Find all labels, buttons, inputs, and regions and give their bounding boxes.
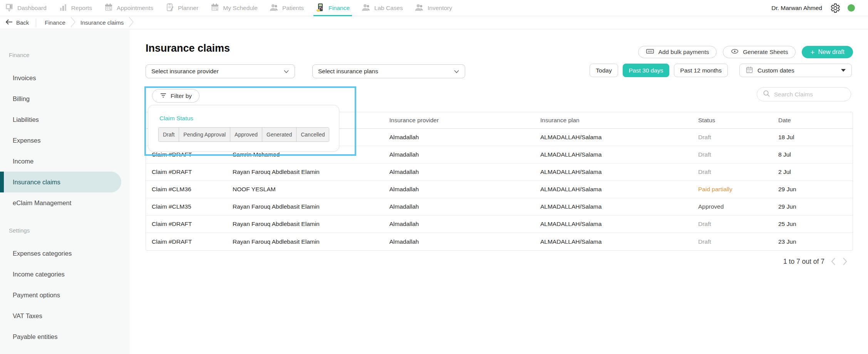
nav-item-reports[interactable]: Reports: [59, 0, 92, 16]
nav-item-appointments[interactable]: Appointments: [104, 0, 153, 16]
sidebar-item-liabilities[interactable]: Liabilities: [0, 109, 130, 130]
online-status-dot: [848, 4, 855, 12]
cell-status: Draft: [692, 151, 772, 158]
add-bulk-payments-button[interactable]: Add bulk payments: [638, 46, 717, 58]
cell-date: 29 Jun: [772, 203, 853, 210]
nav-item-planner[interactable]: Planner: [165, 0, 198, 16]
nav-item-patients[interactable]: Patients: [270, 0, 304, 16]
cell-date: 18 Jul: [772, 134, 853, 141]
nav-item-label: Finance: [328, 5, 350, 12]
header-status: Status: [692, 117, 772, 124]
nav-item-inventory[interactable]: Inventory: [415, 0, 452, 16]
cell-provider: Almadallah: [384, 238, 535, 245]
claim-status-option-generated[interactable]: Generated: [262, 128, 297, 142]
breadcrumb-insurance-claims[interactable]: Insurance claims: [80, 19, 124, 26]
sidebar-item-income[interactable]: Income: [0, 151, 130, 172]
search-input[interactable]: [774, 91, 845, 98]
cell-claim: Claim #DRAFT: [146, 221, 227, 228]
chevron-left-icon[interactable]: [831, 257, 836, 266]
sidebar-item-payment-options[interactable]: Payment options: [0, 285, 130, 305]
table-row[interactable]: Claim #CLM36 NOOF YESLAM Almadallah ALMA…: [146, 181, 853, 198]
sidebar-item-invoices[interactable]: Invoices: [0, 67, 130, 88]
cell-claim: Claim #CLM36: [146, 186, 227, 193]
inventory-icon: [415, 3, 424, 13]
sidebar-item-expenses[interactable]: Expenses: [0, 130, 130, 151]
back-button[interactable]: Back: [5, 19, 29, 26]
calendar-icon: [746, 66, 753, 75]
nav-item-label: Appointments: [117, 5, 153, 12]
cell-provider: Almadallah: [384, 221, 535, 228]
sidebar-item-payable-entities[interactable]: Payable entities: [0, 326, 130, 347]
breadcrumb-finance[interactable]: Finance: [45, 19, 65, 26]
cell-date: 29 Jun: [772, 186, 853, 193]
cell-claim: Claim #CLM35: [146, 203, 227, 210]
table-row[interactable]: Claim #DRAFT Rayan Farouq Abdlebasit Ela…: [146, 164, 853, 181]
sidebar-item-expenses-categories[interactable]: Expenses categories: [0, 243, 130, 264]
new-draft-button[interactable]: + New draft: [802, 46, 853, 58]
dashboard-icon: [5, 3, 14, 13]
chevron-right-icon[interactable]: [842, 257, 848, 266]
cell-patient: Rayan Farouq Abdlebasit Elamin: [227, 221, 384, 228]
chevron-down-icon: [454, 68, 459, 75]
search-box: [757, 87, 851, 101]
cell-status: Draft: [692, 134, 772, 141]
filter-by-button[interactable]: Filter by: [152, 89, 199, 103]
header-insurance-plan: Insurance plan: [535, 117, 692, 124]
date-range-today[interactable]: Today: [590, 64, 618, 77]
claim-status-option-pending-approval[interactable]: Pending Approval: [179, 128, 230, 142]
cell-plan: ALMADALLAH/Salama: [535, 169, 692, 175]
app-window: Dashboard Reports Appointments Planner M…: [0, 0, 868, 354]
nav-item-lab-cases[interactable]: Lab Cases: [362, 0, 403, 16]
cell-patient: NOOF YESLAM: [227, 186, 384, 193]
cell-claim: Claim #DRAFT: [146, 151, 227, 158]
gear-icon[interactable]: [829, 2, 841, 14]
nav-item-dashboard[interactable]: Dashboard: [5, 0, 47, 16]
date-range-past-30-days[interactable]: Past 30 days: [623, 64, 670, 77]
sidebar-item-billing[interactable]: Billing: [0, 88, 130, 109]
cell-status: Draft: [692, 238, 772, 245]
insurance-plans-select-value: Select insurance plans: [318, 68, 378, 75]
date-range-past-12-months[interactable]: Past 12 months: [674, 64, 728, 77]
cell-date: 25 Jun: [772, 221, 853, 228]
insurance-provider-select-value: Select insurance provider: [151, 68, 219, 75]
cell-provider: Almadallah: [384, 134, 535, 141]
sidebar-item-insurance-claims[interactable]: Insurance claims: [0, 172, 121, 192]
table-row[interactable]: Claim #DRAFT Rayan Farouq Abdlebasit Ela…: [146, 233, 853, 250]
cell-date: 2 Jul: [772, 169, 853, 175]
reports-icon: [59, 3, 68, 13]
my-schedule-icon: [210, 3, 220, 13]
sidebar-item-eclaim-management[interactable]: eClaim Management: [0, 192, 130, 213]
header-date: Date: [772, 117, 853, 124]
insurance-provider-select[interactable]: Select insurance provider: [146, 64, 295, 78]
date-range-filters: Today Past 30 days Past 12 months Custom…: [590, 64, 852, 77]
cell-date: 23 Jun: [772, 238, 853, 245]
sidebar-item-vat-taxes[interactable]: VAT Taxes: [0, 305, 130, 326]
claim-status-option-draft[interactable]: Draft: [159, 128, 179, 142]
claim-status-label: Claim Status: [159, 115, 193, 122]
cell-patient: Samrin Mohamed: [227, 151, 384, 158]
custom-dates-label: Custom dates: [757, 67, 794, 74]
sidebar-item-income-categories[interactable]: Income categories: [0, 264, 130, 285]
generate-sheets-button[interactable]: Generate Sheets: [723, 46, 796, 58]
header-insurance-provider: Insurance provider: [384, 117, 535, 124]
claim-status-option-approved[interactable]: Approved: [230, 128, 262, 142]
claim-status-option-cancelled[interactable]: Cancelled: [297, 128, 329, 142]
nav-item-label: Reports: [71, 5, 92, 12]
new-draft-label: New draft: [818, 49, 845, 56]
nav-item-label: Inventory: [427, 5, 452, 12]
nav-item-my-schedule[interactable]: My Schedule: [210, 0, 258, 16]
nav-item-finance[interactable]: Finance: [316, 0, 350, 16]
custom-dates-select[interactable]: Custom dates: [739, 64, 852, 77]
caret-down-icon: [841, 69, 846, 72]
cell-patient: Rayan Farouq Abdlebasit Elamin: [227, 169, 384, 175]
header-actions: Add bulk payments Generate Sheets + New …: [638, 46, 853, 58]
appointments-icon: [104, 3, 113, 13]
table-row[interactable]: Claim #DRAFT Rayan Farouq Abdlebasit Ela…: [146, 216, 853, 233]
table-row[interactable]: Claim #CLM35 Rayan Farouq Abdlebasit Ela…: [146, 198, 853, 216]
sidebar: Finance Invoices Billing Liabilities Exp…: [0, 30, 130, 354]
cell-plan: ALMADALLAH/Salama: [535, 221, 692, 228]
generate-sheets-label: Generate Sheets: [743, 49, 788, 56]
insurance-plans-select[interactable]: Select insurance plans: [312, 64, 465, 78]
cell-provider: Almadallah: [384, 169, 535, 175]
cell-claim: Claim #DRAFT: [146, 238, 227, 245]
